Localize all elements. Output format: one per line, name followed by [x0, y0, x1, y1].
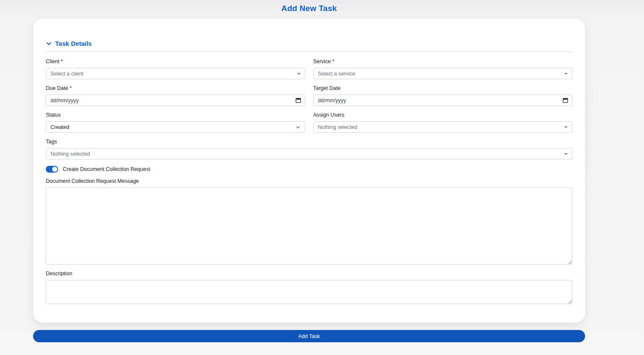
target-date-input[interactable]: [318, 95, 560, 106]
service-select-placeholder: Select a service: [318, 71, 355, 77]
page-title: Add New Task: [33, 0, 585, 13]
tags-field: Tags Nothing selected: [46, 139, 572, 159]
status-label: Status: [46, 112, 305, 118]
service-select[interactable]: Select a service: [313, 68, 573, 79]
description-textarea[interactable]: [46, 280, 572, 304]
status-select[interactable]: Created: [46, 121, 305, 133]
section-divider: [46, 51, 572, 52]
page-container: Add New Task Task Details Client * Selec…: [33, 0, 585, 342]
dcr-message-label: Document Collection Request Message: [46, 178, 572, 184]
assign-users-select-value: Nothing selected: [318, 124, 357, 130]
task-details-section-toggle[interactable]: Task Details: [46, 40, 572, 47]
client-select-placeholder: Select a client: [50, 71, 84, 77]
assign-users-label: Assign Users: [313, 112, 573, 118]
description-field: Description: [46, 271, 572, 304]
tags-select[interactable]: Nothing selected: [46, 148, 572, 159]
target-date-label: Target Date: [313, 85, 573, 91]
due-date-control: [46, 95, 305, 106]
caret-down-icon: [297, 73, 301, 75]
service-field: Service * Select a service: [313, 59, 573, 79]
status-field: Status Created: [46, 112, 305, 133]
service-label: Service *: [313, 59, 573, 64]
target-date-control: [313, 95, 573, 106]
status-select-value: Created: [50, 124, 69, 130]
task-form-card: Task Details Client * Select a client Se…: [33, 19, 585, 323]
create-dcr-toggle-row: Create Document Collection Request: [46, 166, 572, 173]
calendar-icon[interactable]: [296, 98, 301, 103]
chevron-down-icon: [296, 125, 301, 130]
assign-users-field: Assign Users Nothing selected: [313, 112, 573, 133]
add-task-button[interactable]: Add Task: [33, 330, 585, 342]
assign-users-select[interactable]: Nothing selected: [313, 121, 573, 133]
due-date-label: Due Date *: [46, 85, 305, 91]
description-label: Description: [46, 271, 572, 277]
tags-select-value: Nothing selected: [50, 151, 90, 157]
client-field: Client * Select a client: [46, 59, 305, 79]
tags-label: Tags: [46, 139, 572, 145]
calendar-icon[interactable]: [563, 98, 568, 103]
form-grid: Client * Select a client Service * Selec…: [46, 59, 572, 139]
toggle-knob: [52, 167, 57, 172]
due-date-field: Due Date *: [46, 85, 305, 106]
target-date-field: Target Date: [313, 85, 573, 106]
create-dcr-toggle[interactable]: [46, 166, 58, 173]
caret-down-icon: [564, 73, 568, 75]
caret-down-icon: [564, 153, 568, 155]
client-select[interactable]: Select a client: [46, 68, 305, 79]
client-label: Client *: [46, 59, 305, 64]
dcr-message-textarea[interactable]: [46, 187, 572, 265]
create-dcr-toggle-label: Create Document Collection Request: [63, 166, 150, 172]
caret-down-icon: [564, 126, 568, 128]
due-date-input[interactable]: [50, 95, 292, 106]
dcr-message-field: Document Collection Request Message: [46, 178, 572, 265]
chevron-down-icon: [46, 41, 52, 47]
section-title: Task Details: [55, 40, 92, 47]
